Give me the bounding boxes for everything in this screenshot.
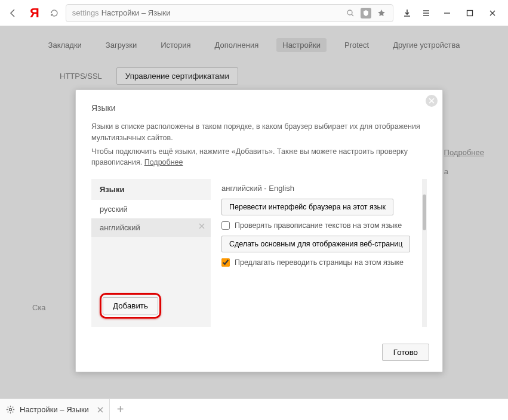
scrollbar-thumb[interactable]: [423, 194, 426, 230]
svg-rect-6: [467, 10, 473, 16]
gear-icon: [6, 405, 15, 414]
address-bar[interactable]: settings Настройки – Языки: [66, 4, 393, 22]
language-item[interactable]: английский: [91, 218, 211, 237]
yandex-logo[interactable]: Я: [30, 5, 39, 21]
address-prefix: settings: [72, 8, 99, 17]
offer-translate-checkbox-row[interactable]: Предлагать переводить страницы на этом я…: [221, 258, 416, 267]
spellcheck-checkbox-row[interactable]: Проверять правописание текстов на этом я…: [221, 221, 416, 230]
content-area: ЗакладкиЗагрузкиИсторияДополненияНастрой…: [0, 26, 508, 399]
translate-ui-button[interactable]: Перевести интерфейс браузера на этот язы…: [221, 199, 393, 215]
language-list-panel: Языки русскийанглийский Добавить: [91, 179, 211, 327]
spellcheck-label: Проверять правописание текстов на этом я…: [235, 221, 402, 230]
language-item[interactable]: русский: [91, 200, 211, 218]
learn-more-link[interactable]: Подробнее: [144, 158, 183, 166]
modal-title: Языки: [91, 103, 427, 113]
set-primary-button[interactable]: Сделать основным для отображения веб-стр…: [221, 236, 410, 252]
back-button[interactable]: [5, 5, 21, 21]
offer-translate-label: Предлагать переводить страницы на этом я…: [235, 258, 404, 267]
menu-icon[interactable]: [421, 8, 432, 18]
remove-language-icon[interactable]: [199, 223, 205, 229]
bookmark-star-icon[interactable]: [376, 8, 387, 18]
languages-modal: Языки Языки в списке расположены в таком…: [75, 89, 443, 372]
tab-label: Настройки – Языки: [20, 405, 89, 414]
offer-translate-checkbox[interactable]: [221, 258, 230, 267]
modal-scrollbar[interactable]: [422, 179, 427, 327]
address-title: Настройки – Языки: [101, 8, 171, 17]
new-tab-button[interactable]: +: [110, 403, 131, 416]
modal-description-2: Чтобы подключить ещё языки, нажмите «Доб…: [91, 146, 427, 169]
modal-description-1: Языки в списке расположены в таком поряд…: [91, 121, 427, 144]
window-close-button[interactable]: [485, 6, 500, 20]
add-button-highlight: Добавить: [100, 293, 161, 319]
reload-button[interactable]: [48, 7, 61, 20]
shield-icon[interactable]: [361, 8, 371, 18]
svg-line-1: [352, 14, 353, 16]
browser-toolbar: Я settings Настройки – Языки: [0, 0, 508, 26]
svg-point-0: [347, 10, 352, 15]
window-maximize-button[interactable]: [463, 6, 477, 20]
spellcheck-checkbox[interactable]: [221, 221, 230, 230]
svg-point-13: [9, 408, 11, 410]
modal-close-button[interactable]: [426, 95, 438, 107]
language-detail-panel: английский - English Перевести интерфейс…: [211, 179, 427, 327]
tab-close-button[interactable]: [97, 407, 103, 413]
downloads-icon[interactable]: [402, 8, 412, 18]
done-button[interactable]: Готово: [382, 344, 429, 361]
browser-tab[interactable]: Настройки – Языки: [0, 399, 110, 420]
search-icon[interactable]: [345, 8, 356, 18]
tab-bar: Настройки – Языки +: [0, 399, 508, 420]
selected-language-title: английский - English: [221, 184, 416, 193]
language-list-header: Языки: [91, 179, 211, 200]
add-language-button[interactable]: Добавить: [103, 297, 158, 314]
window-minimize-button[interactable]: [440, 6, 454, 20]
